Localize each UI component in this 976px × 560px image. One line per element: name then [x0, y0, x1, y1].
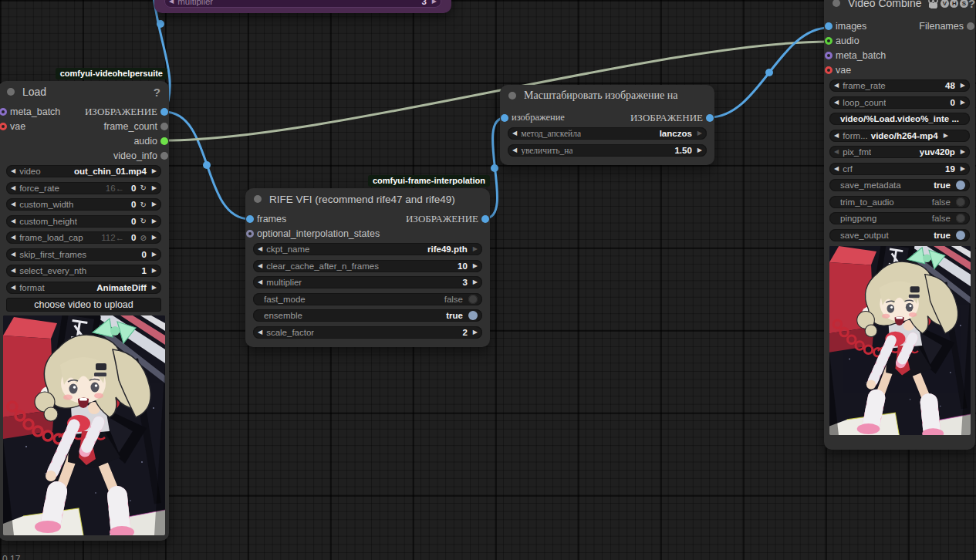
widget-save-output[interactable]: save_output true [829, 229, 970, 241]
input-dot-meta-batch[interactable] [825, 52, 832, 59]
decrement-arrow-icon[interactable]: ◀ [834, 79, 839, 92]
next-arrow-icon[interactable]: ▶ [473, 243, 478, 255]
decrement-arrow-icon[interactable]: ◀ [11, 231, 15, 244]
node-titlebar[interactable]: RIFE VFI (recommend rife47 and rife49) [245, 188, 490, 210]
prev-arrow-icon[interactable]: ◀ [258, 243, 262, 255]
increment-arrow-icon[interactable]: ▶ [473, 276, 478, 288]
widget-ensemble[interactable]: ensemble true [253, 309, 482, 322]
prev-arrow-icon[interactable]: ◀ [512, 127, 517, 140]
input-dot-image[interactable] [501, 114, 508, 122]
increment-arrow-icon[interactable]: ▶ [697, 144, 702, 157]
widget-multiplier[interactable]: ◀ multiplier 3 ▶ [253, 276, 482, 288]
node-clipped-purple[interactable]: ◀ multiplier 3 ▶ [154, 0, 451, 13]
decrement-arrow-icon[interactable]: ◀ [258, 326, 262, 339]
toggle-knob[interactable] [956, 214, 965, 223]
collapse-dot[interactable] [254, 195, 262, 203]
increment-arrow-icon[interactable]: ▶ [961, 79, 965, 92]
decrement-arrow-icon[interactable]: ◀ [11, 198, 15, 211]
widget-scale-factor[interactable]: ◀ scale_factor 2 ▶ [253, 326, 482, 339]
help-icon[interactable]: ? [154, 86, 160, 99]
choose-video-button[interactable]: choose video to upload [6, 298, 161, 312]
widget-format[interactable]: ◀ form... video/h264-mp4 ▶ [829, 130, 970, 142]
decrement-arrow-icon[interactable]: ◀ [258, 276, 262, 288]
input-dot-meta-batch[interactable] [0, 108, 7, 116]
widget-pix-fmt[interactable]: ◀ pix_fmt yuv420p ▶ [829, 146, 970, 158]
toggle-knob[interactable] [956, 180, 965, 190]
decrement-arrow-icon[interactable]: ◀ [834, 96, 839, 109]
widget-force-rate[interactable]: ◀ force_rate 16← 0 ↻ ▶ [6, 182, 161, 194]
toggle-knob[interactable] [956, 197, 965, 207]
collapse-dot[interactable] [7, 88, 15, 96]
widget-frame-rate[interactable]: ◀ frame_rate 48 ▶ [829, 79, 970, 92]
widget-select-every-nth[interactable]: ◀ select_every_nth 1 ▶ [6, 265, 161, 277]
help-icon[interactable]: ? [968, 0, 975, 10]
decrement-arrow-icon[interactable]: ◀ [11, 248, 15, 261]
increment-arrow-icon[interactable]: ▶ [473, 260, 478, 272]
increment-arrow-icon[interactable]: ▶ [152, 215, 157, 228]
video-preview[interactable] [3, 315, 165, 535]
increment-arrow-icon[interactable]: ▶ [961, 96, 965, 109]
reset-icon[interactable]: ↻ [140, 184, 146, 192]
widget-fast-mode[interactable]: fast_mode false [253, 293, 482, 305]
output-dot-frame-count[interactable] [160, 123, 168, 130]
widget-custom-width[interactable]: ◀ custom_width 0 ↻ ▶ [6, 198, 161, 211]
increment-arrow-icon[interactable]: ▶ [152, 182, 157, 194]
toggle-knob[interactable] [468, 295, 478, 304]
increment-arrow-icon[interactable]: ▶ [961, 163, 965, 175]
input-dot-vae[interactable] [0, 123, 7, 130]
decrement-arrow-icon[interactable]: ◀ [11, 215, 15, 228]
prev-arrow-icon[interactable]: ◀ [11, 165, 15, 177]
next-arrow-icon[interactable]: ▶ [697, 127, 702, 140]
node-upscale-image-by[interactable]: Масштабировать изображение на изображени… [500, 85, 714, 165]
widget-video[interactable]: ◀ video out_chin_01.mp4 ▶ [6, 165, 161, 177]
increment-arrow-icon[interactable]: ▶ [432, 0, 437, 8]
widget-skip-first-frames[interactable]: ◀ skip_first_frames 0 ▶ [6, 248, 161, 261]
widget-loop-count[interactable]: ◀ loop_count 0 ▶ [829, 96, 970, 109]
decrement-arrow-icon[interactable]: ◀ [834, 163, 839, 175]
node-load-video[interactable]: comfyui-videohelpersuite Load ? meta_bat… [0, 81, 169, 541]
input-dot-audio[interactable] [825, 37, 832, 45]
widget-upscale-method[interactable]: ◀ метод_апскейла lanczos ▶ [508, 127, 707, 140]
widget-clear-cache[interactable]: ◀ clear_cache_after_n_frames 10 ▶ [253, 260, 482, 272]
widget-ckpt-name[interactable]: ◀ ckpt_name rife49.pth ▶ [253, 243, 482, 255]
increment-arrow-icon[interactable]: ▶ [473, 326, 478, 339]
decrement-arrow-icon[interactable]: ◀ [512, 144, 517, 157]
decrement-arrow-icon[interactable]: ◀ [11, 265, 15, 277]
collapse-dot[interactable] [832, 0, 840, 7]
increment-arrow-icon[interactable]: ▶ [152, 265, 157, 277]
increment-arrow-icon[interactable]: ▶ [152, 198, 157, 211]
node-titlebar[interactable]: Load ? [0, 81, 169, 103]
output-dot-image[interactable] [481, 215, 489, 223]
widget-scale-by[interactable]: ◀ увеличить_на 1.50 ▶ [508, 144, 707, 157]
widget-format[interactable]: ◀ format AnimateDiff ▶ [6, 282, 161, 294]
video-combine-preview[interactable] [829, 246, 971, 435]
widget-pingpong[interactable]: pingpong false [829, 212, 970, 224]
decrement-arrow-icon[interactable]: ◀ [258, 260, 262, 272]
output-dot-image[interactable] [160, 108, 168, 116]
output-dot-filenames[interactable] [967, 22, 974, 30]
input-dot-optional-states[interactable] [246, 230, 254, 238]
reset-icon[interactable]: ↻ [140, 217, 146, 225]
reset-icon[interactable]: ↻ [140, 201, 146, 209]
output-dot-video-info[interactable] [160, 152, 168, 160]
next-arrow-icon[interactable]: ▶ [961, 146, 965, 158]
prev-arrow-icon[interactable]: ◀ [834, 146, 839, 158]
widget-frame-load-cap[interactable]: ◀ frame_load_cap 112← 0 ⊘ ▶ [6, 231, 161, 244]
toggle-knob[interactable] [468, 311, 478, 320]
increment-arrow-icon[interactable]: ▶ [152, 231, 157, 244]
node-titlebar[interactable]: Video Combine V H S ? [824, 0, 975, 14]
widget-crf[interactable]: ◀ crf 19 ▶ [829, 163, 970, 175]
next-arrow-icon[interactable]: ▶ [944, 130, 948, 142]
widget-filename-prefix[interactable]: video/%Load.video%_inte ... [829, 113, 970, 125]
decrement-arrow-icon[interactable]: ◀ [169, 0, 174, 8]
input-dot-frames[interactable] [246, 215, 254, 223]
output-dot-audio[interactable] [160, 137, 168, 145]
node-titlebar[interactable]: Масштабировать изображение на [500, 85, 714, 106]
disabled-icon[interactable]: ⊘ [140, 234, 146, 242]
node-graph-canvas[interactable]: ◀ multiplier 3 ▶ comfyui-videohelpersuit… [0, 0, 976, 560]
toggle-knob[interactable] [956, 231, 965, 240]
collapse-dot[interactable] [508, 92, 516, 100]
node-rife-vfi[interactable]: comfyui-frame-interpolation RIFE VFI (re… [245, 188, 490, 347]
node-video-combine[interactable]: Video Combine V H S ? images Filenames a… [824, 0, 975, 450]
widget-trim-to-audio[interactable]: trim_to_audio false [829, 196, 970, 208]
